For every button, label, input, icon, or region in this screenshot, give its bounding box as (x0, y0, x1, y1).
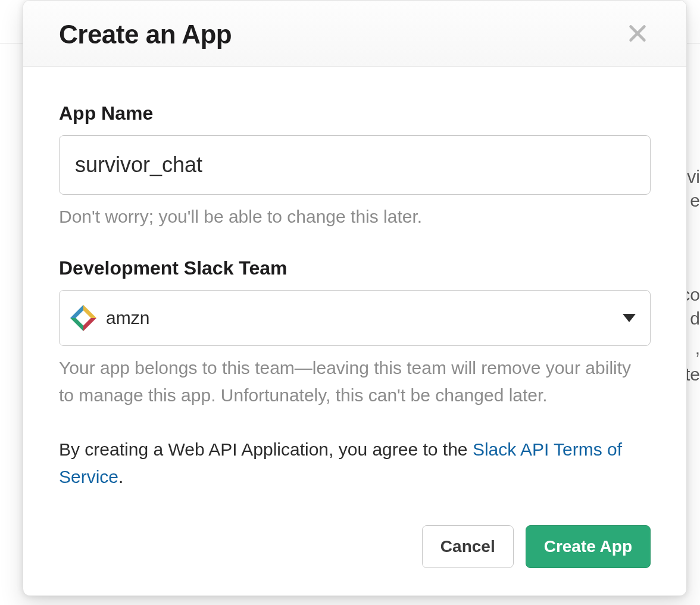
bg-text-fragment: d (690, 308, 700, 329)
bg-text-fragment: e (690, 191, 700, 211)
modal-title: Create an App (59, 20, 232, 49)
create-app-modal: Create an App App Name Don't worry; you'… (23, 0, 687, 596)
modal-body: App Name Don't worry; you'll be able to … (23, 67, 686, 525)
svg-marker-9 (623, 314, 636, 322)
app-name-field: App Name Don't worry; you'll be able to … (59, 102, 651, 231)
agreement-prefix: By creating a Web API Application, you a… (59, 439, 473, 459)
app-name-input[interactable] (59, 135, 651, 195)
team-select[interactable]: amzn (59, 290, 651, 346)
team-icon (70, 305, 96, 331)
team-helper: Your app belongs to this team—leaving th… (59, 354, 651, 410)
team-label: Development Slack Team (59, 257, 651, 279)
app-name-label: App Name (59, 102, 651, 124)
close-icon (627, 23, 648, 46)
cancel-button[interactable]: Cancel (422, 525, 514, 568)
team-selected-value: amzn (106, 308, 623, 328)
create-app-button[interactable]: Create App (526, 525, 651, 568)
close-button[interactable] (624, 21, 651, 48)
team-field: Development Slack Team amzn (59, 257, 651, 410)
bg-text-fragment: vi (687, 167, 700, 187)
chevron-down-icon (623, 314, 636, 322)
modal-footer: Cancel Create App (23, 525, 686, 595)
agreement-suffix: . (118, 467, 123, 487)
bg-text-fragment: , (695, 338, 700, 358)
agreement-text: By creating a Web API Application, you a… (59, 436, 651, 491)
bg-text-fragment: te (685, 364, 700, 385)
modal-header: Create an App (23, 1, 686, 67)
app-name-helper: Don't worry; you'll be able to change th… (59, 203, 651, 231)
